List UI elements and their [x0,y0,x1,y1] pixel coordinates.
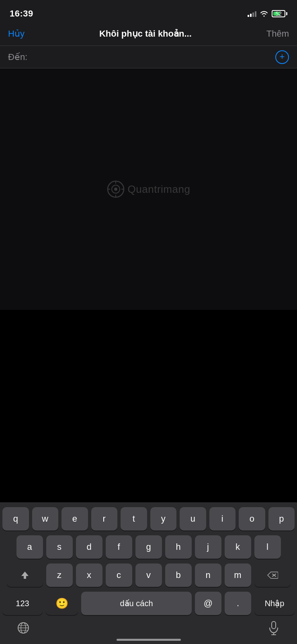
key-j[interactable]: j [195,535,221,559]
add-recipient-button[interactable]: + [275,50,289,64]
key-w[interactable]: w [32,507,59,530]
key-l[interactable]: l [254,535,281,559]
backspace-key[interactable] [254,564,291,587]
svg-point-6 [114,188,117,191]
shift-key[interactable] [7,564,43,587]
to-label: Đến: [8,52,27,62]
to-field: Đến: + [0,46,297,68]
key-b[interactable]: b [165,564,192,587]
key-n[interactable]: n [195,564,221,587]
key-row-3: z x c v b n m [2,564,295,587]
key-u[interactable]: u [180,507,206,530]
mic-key[interactable] [266,621,281,635]
battery-tip [286,12,287,15]
keyboard-rows: q w e r t y u i o p a s d f g h j k l [0,502,297,618]
key-i[interactable]: i [209,507,236,530]
key-s[interactable]: s [46,535,73,559]
emoji-key[interactable]: 🙂 [46,592,78,615]
key-o[interactable]: o [239,507,265,530]
key-k[interactable]: k [225,535,251,559]
numbers-key[interactable]: 123 [2,592,43,615]
key-q[interactable]: q [2,507,29,530]
key-z[interactable]: z [46,564,73,587]
key-e[interactable]: e [61,507,88,530]
key-m[interactable]: m [225,564,251,587]
globe-icon-svg [17,621,30,634]
battery-indicator: 52 [272,10,287,17]
key-p[interactable]: p [268,507,295,530]
watermark: Quantrimang [107,180,190,198]
mic-icon-svg [268,621,279,635]
key-row-2: a s d f g h j k l [2,535,295,559]
shift-icon [20,571,29,580]
globe-key[interactable] [16,621,31,635]
key-t[interactable]: t [121,507,147,530]
watermark-text: Quantrimang [128,183,190,196]
key-r[interactable]: r [91,507,118,530]
at-key[interactable]: @ [195,592,221,615]
key-g[interactable]: g [135,535,162,559]
status-time: 16:39 [10,8,33,19]
nav-bar: Hủy Khôi phục tài khoản... Thêm [0,22,297,46]
watermark-icon [107,180,125,198]
add-button: Thêm [266,29,289,39]
battery-text: 52 [275,10,282,17]
key-h[interactable]: h [165,535,192,559]
keyboard: q w e r t y u i o p a s d f g h j k l [0,502,297,644]
svg-rect-14 [272,621,276,629]
enter-key[interactable]: Nhập [254,592,295,615]
key-y[interactable]: y [150,507,177,530]
wifi-icon [260,10,268,17]
key-f[interactable]: f [106,535,132,559]
key-a[interactable]: a [16,535,43,559]
backspace-icon [267,571,278,580]
key-x[interactable]: x [76,564,102,587]
key-row-4: 123 🙂 dấu cách @ . Nhập [2,592,295,615]
key-c[interactable]: c [106,564,132,587]
home-indicator [117,639,181,641]
main-content: Quantrimang [0,68,297,310]
key-v[interactable]: v [135,564,162,587]
status-icons: 52 [248,10,287,17]
nav-title: Khôi phục tài khoản... [99,29,192,39]
space-key[interactable]: dấu cách [81,592,192,615]
status-bar: 16:39 52 [0,0,297,22]
plus-icon: + [280,52,285,61]
dot-key[interactable]: . [225,592,251,615]
cancel-button[interactable]: Hủy [8,29,25,39]
key-row-1: q w e r t y u i o p [2,507,295,530]
battery-body: 52 [272,10,285,17]
key-d[interactable]: d [76,535,102,559]
signal-icon [248,10,256,17]
